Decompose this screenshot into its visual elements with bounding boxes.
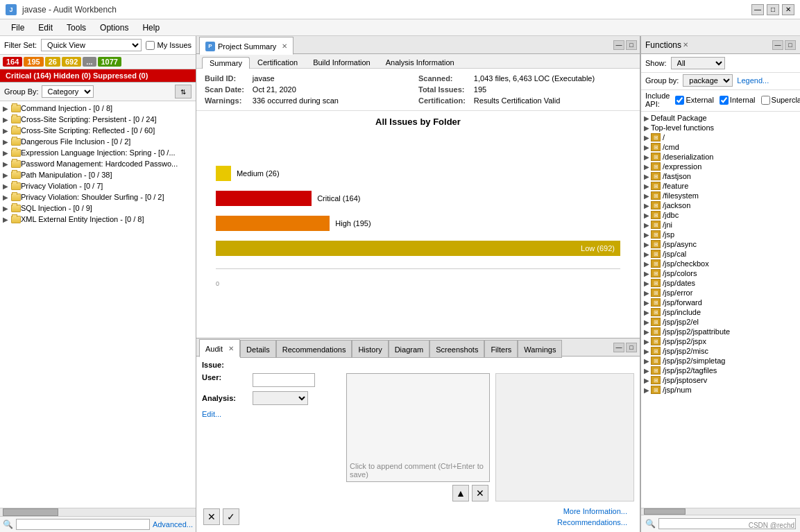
more-information-link[interactable]: More Information... [558,506,633,517]
menu-file[interactable]: File [6,22,30,34]
minimize-audit-button[interactable]: — [613,343,624,352]
sub-tab-analysis-info[interactable]: Analysis Information [378,56,462,68]
tree-item-xss-persistent[interactable]: ▶ Cross-Site Scripting: Persistent - [0 … [0,114,196,125]
sub-tab-certification[interactable]: Certification [250,56,305,68]
func-item-deserialization[interactable]: ▶ ⊞ /deserialization [641,152,800,162]
project-panel-controls[interactable]: — □ [613,40,637,50]
tree-item-path-manipulation[interactable]: ▶ Path Manipulation - [0 / 38] [0,169,196,180]
sub-tab-summary[interactable]: Summary [202,57,250,69]
tree-item-privacy-shoulder[interactable]: ▶ Privacy Violation: Shoulder Surfing - … [0,191,196,203]
project-tab-close[interactable]: ✕ [282,42,287,50]
functions-controls[interactable]: — □ [772,40,796,50]
minimize-button[interactable]: — [751,4,764,15]
left-search-input[interactable] [16,519,150,530]
sort-button[interactable]: ⇅ [175,85,192,98]
groupby-select[interactable]: Category [42,85,94,98]
close-button[interactable]: ✕ [782,4,794,15]
audit-tab-close[interactable]: ✕ [228,345,234,352]
audit-tab-details[interactable]: Details [240,340,276,358]
my-issues-checkbox[interactable] [146,41,155,50]
superclasses-checkbox-label[interactable]: Superclasses [761,96,800,105]
func-item-jdbc[interactable]: ▶ ⊞ /jdbc [641,210,800,220]
minimize-panel-button[interactable]: — [613,40,624,50]
func-item-jsp2-misc[interactable]: ▶ ⊞ /jsp/jsp2/misc [641,346,800,356]
tree-item-privacy-violation[interactable]: ▶ Privacy Violation - [0 / 7] [0,180,196,191]
audit-tab-recommendations[interactable]: Recommendations [276,340,352,358]
left-panel-hscroll[interactable] [0,508,196,516]
func-item-jsp2-simpletag[interactable]: ▶ ⊞ /jsp/jsp2/simpletag [641,356,800,366]
func-item-jsp2-tagfiles[interactable]: ▶ ⊞ /jsp/jsp2/tagfiles [641,366,800,375]
groupby-select[interactable]: package [683,74,733,87]
func-item-jsp-cal[interactable]: ▶ ⊞ /jsp/cal [641,249,800,259]
func-item-cmd[interactable]: ▶ ⊞ /cmd [641,142,800,152]
internal-checkbox-label[interactable]: Internal [720,96,756,105]
maximize-functions-button[interactable]: □ [785,40,796,50]
external-checkbox[interactable] [675,96,684,105]
tree-item-dangerous-file-inclusion[interactable]: ▶ Dangerous File Inclusion - [0 / 2] [0,136,196,147]
audit-panel-controls[interactable]: — □ [613,343,637,352]
tree-item-el-injection[interactable]: ▶ Expression Language Injection: Spring … [0,147,196,158]
menu-edit[interactable]: Edit [33,22,58,34]
audit-tab-diagram[interactable]: Diagram [389,340,430,358]
filter-set-select[interactable]: Quick View [41,39,142,51]
func-item-jsp2-jspx[interactable]: ▶ ⊞ /jsp/jsp2/jspx [641,336,800,346]
tree-item-xml-injection[interactable]: ▶ XML External Entity Injection - [0 / 8… [0,214,196,225]
maximize-audit-button[interactable]: □ [626,343,637,352]
recommendations-link[interactable]: Recommendations... [552,517,633,528]
func-item-jsp-dates[interactable]: ▶ ⊞ /jsp/dates [641,278,800,288]
total-count-badge[interactable]: 1077 [98,57,121,67]
func-item-top-level[interactable]: ▶ Top-level functions [641,123,800,132]
minimize-functions-button[interactable]: — [772,40,783,50]
func-item-jsp-colors[interactable]: ▶ ⊞ /jsp/colors [641,268,800,278]
cancel-audit-button[interactable]: ✕ [203,508,220,525]
internal-checkbox[interactable] [720,96,729,105]
upload-comment-button[interactable]: ▲ [452,485,469,501]
func-item-jni[interactable]: ▶ ⊞ /jni [641,220,800,230]
menu-help[interactable]: Help [137,22,165,34]
sub-tab-build-info[interactable]: Build Information [305,56,378,68]
user-field-input[interactable] [253,373,315,387]
audit-tab-filters[interactable]: Filters [484,340,518,358]
audit-comment-area[interactable]: Click to append comment (Ctrl+Enter to s… [346,373,490,482]
medium-count-badge[interactable]: 26 [45,57,60,67]
audit-tab-history[interactable]: History [352,340,388,358]
func-item-jsp-checkbox[interactable]: ▶ ⊞ /jsp/checkbox [641,259,800,268]
func-item-root[interactable]: ▶ ⊞ / [641,132,800,142]
audit-tab-audit[interactable]: Audit ✕ [199,339,240,357]
audit-tab-screenshots[interactable]: Screenshots [429,340,484,358]
low-count-badge[interactable]: 692 [62,57,81,67]
advanced-link[interactable]: Advanced... [153,520,193,529]
func-item-expression[interactable]: ▶ ⊞ /expression [641,162,800,171]
tree-item-command-injection[interactable]: ▶ Command Injection - [0 / 8] [0,103,196,114]
func-item-jsp2-el[interactable]: ▶ ⊞ /jsp/jsp2/el [641,317,800,327]
func-item-jsp-async[interactable]: ▶ ⊞ /jsp/async [641,239,800,249]
func-item-jsp-num[interactable]: ▶ ⊞ /jsp/num [641,385,800,395]
critical-count-badge[interactable]: 164 [3,57,22,67]
more-count-badge[interactable]: ... [83,57,96,67]
high-count-badge[interactable]: 195 [24,57,43,67]
delete-comment-button[interactable]: ✕ [472,485,488,501]
tree-item-sql-injection[interactable]: ▶ SQL Injection - [0 / 9] [0,203,196,214]
func-item-jsp-include[interactable]: ▶ ⊞ /jsp/include [641,307,800,317]
func-item-default-package[interactable]: ▶ Default Package [641,113,800,123]
edit-link[interactable]: Edit... [202,410,221,418]
audit-tab-warnings[interactable]: Warnings [518,340,562,358]
accept-audit-button[interactable]: ✓ [223,508,239,525]
func-item-feature[interactable]: ▶ ⊞ /feature [641,181,800,191]
func-item-jsp-forward[interactable]: ▶ ⊞ /jsp/forward [641,298,800,307]
tree-item-xss-reflected[interactable]: ▶ Cross-Site Scripting: Reflected - [0 /… [0,125,196,136]
maximize-panel-button[interactable]: □ [626,40,637,50]
window-controls[interactable]: — □ ✕ [751,4,794,15]
external-checkbox-label[interactable]: External [675,96,713,105]
menu-tools[interactable]: Tools [61,22,92,34]
func-item-fastjson[interactable]: ▶ ⊞ /fastjson [641,171,800,181]
func-item-jsp-error[interactable]: ▶ ⊞ /jsp/error [641,288,800,298]
superclasses-checkbox[interactable] [761,96,770,105]
analysis-field-select[interactable]: Not an Issue Reliability Issue Suspiciou… [253,391,308,405]
menu-options[interactable]: Options [94,22,134,34]
tree-item-password-mgmt[interactable]: ▶ Password Management: Hardcoded Passwo.… [0,158,196,169]
func-item-filesystem[interactable]: ▶ ⊞ /filesystem [641,191,800,200]
func-item-jsp2-jspattribute[interactable]: ▶ ⊞ /jsp/jsp2/jspattribute [641,327,800,336]
maximize-button[interactable]: □ [767,4,779,15]
project-summary-tab[interactable]: P Project Summary ✕ [199,37,293,55]
